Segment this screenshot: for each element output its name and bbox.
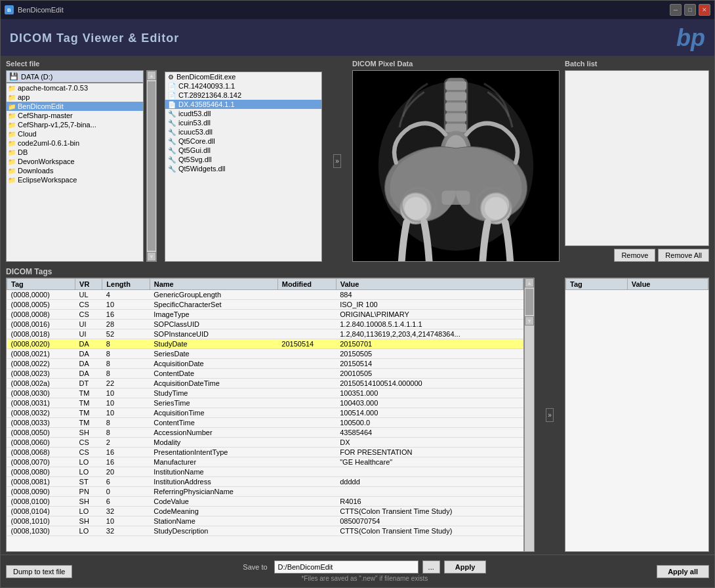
- table-row[interactable]: (0008,1010)SH10StationName0850070754: [7, 516, 523, 526]
- tree-item-apache[interactable]: 📁 apache-tomcat-7.0.53: [7, 83, 143, 93]
- drive-root[interactable]: 💾 DATA (D:): [6, 70, 144, 83]
- table-row[interactable]: (0008,0031)TM10SeriesTime100403.000: [7, 398, 523, 408]
- scroll-up-arrow[interactable]: ▲: [147, 71, 156, 80]
- browse-button[interactable]: ...: [422, 560, 440, 574]
- bottom-bar: Dump to text file Save to ... Apply *Fil…: [1, 555, 714, 587]
- tree-item-cloud[interactable]: 📁 Cloud: [7, 129, 143, 138]
- tag-cell-len: 8: [102, 349, 150, 359]
- folder-name: DevonWorkspace: [18, 158, 75, 165]
- tree-item-bendicomedit[interactable]: 📁 BenDicomEdit: [7, 102, 143, 111]
- table-row[interactable]: (0008,0000)UL4GenericGroupLength884: [7, 290, 523, 300]
- tag-cell-len: 28: [102, 320, 150, 329]
- remove-button[interactable]: Remove: [614, 249, 655, 262]
- file-item-icuuc[interactable]: 🔧 icuuc53.dll: [165, 127, 321, 136]
- tree-item-db[interactable]: 📁 DB: [7, 148, 143, 157]
- folder-tree-scrollbar[interactable]: ▲ ▼: [146, 70, 157, 262]
- table-row[interactable]: (0008,0070)LO16Manufacturer"GE Healthcar…: [7, 457, 523, 467]
- file-list[interactable]: ⚙ BenDicomEdit.exe 📄 CR.14240093.1.1 📄 C…: [165, 72, 322, 262]
- tags-scroll-up[interactable]: ▲: [525, 278, 534, 287]
- remove-all-button[interactable]: Remove All: [658, 249, 709, 262]
- table-row[interactable]: (0008,1030)LO32StudyDescriptionCTTS(Colo…: [7, 526, 523, 536]
- batch-tags-table-wrapper[interactable]: Tag Value: [565, 278, 709, 552]
- table-row[interactable]: (0008,0100)SH6CodeValueR4016: [7, 497, 523, 507]
- batch-list-area[interactable]: [565, 70, 709, 246]
- bottom-center-wrapper: Save to ... Apply *Files are saved as ".…: [72, 560, 657, 582]
- tag-cell-len: 8: [102, 339, 150, 349]
- table-row[interactable]: (0008,0033)TM8ContentTime100500.0: [7, 418, 523, 428]
- table-row[interactable]: (0008,0104)LO32CodeMeaningCTTS(Colon Tra…: [7, 507, 523, 516]
- tags-table-wrapper[interactable]: Tag VR Length Name Modified Value (0008,…: [6, 278, 524, 552]
- file-item-exe[interactable]: ⚙ BenDicomEdit.exe: [165, 72, 321, 81]
- tag-cell-modified: [277, 418, 336, 428]
- apply-button[interactable]: Apply: [444, 560, 487, 574]
- table-row[interactable]: (0008,0050)SH8AccessionNumber43585464: [7, 428, 523, 438]
- table-row[interactable]: (0008,0060)CS2ModalityDX: [7, 438, 523, 448]
- file-item-icudt[interactable]: 🔧 icudt53.dll: [165, 109, 321, 118]
- title-bar: B BenDicomEdit ─ □ ✕: [1, 1, 714, 19]
- folder-icon: 📁: [8, 85, 16, 92]
- tag-cell-name: ImageType: [150, 310, 277, 320]
- tag-cell-len: 16: [102, 310, 150, 320]
- maximize-button[interactable]: □: [684, 4, 696, 16]
- batch-col-tag: Tag: [566, 279, 628, 290]
- tag-cell-value: [336, 487, 523, 497]
- table-row[interactable]: (0008,0030)TM10StudyTime100351.000: [7, 388, 523, 398]
- tags-scroll-thumb[interactable]: [525, 289, 533, 315]
- minimize-button[interactable]: ─: [670, 4, 682, 16]
- tree-item-cefsharp-master[interactable]: 📁 CefSharp-master: [7, 111, 143, 120]
- table-row[interactable]: (0008,002a)DT22AcquisitionDateTime201505…: [7, 379, 523, 388]
- folder-icon: 📁: [8, 131, 16, 138]
- table-row[interactable]: (0008,0023)DA8ContentDate20010505: [7, 369, 523, 379]
- table-row[interactable]: (0008,0008)CS16ImageTypeORIGINAL\PRIMARY: [7, 310, 523, 320]
- tree-item-devonworkspace[interactable]: 📁 DevonWorkspace: [7, 157, 143, 166]
- dump-to-text-button[interactable]: Dump to text file: [6, 565, 72, 578]
- table-row[interactable]: (0008,0018)UI52SOPInstanceUID1.2,840,113…: [7, 329, 523, 339]
- table-row[interactable]: (0008,0081)ST6InstitutionAddressddddd: [7, 477, 523, 487]
- file-item-qt5svg[interactable]: 🔧 Qt5Svg.dll: [165, 155, 321, 164]
- table-row[interactable]: (0008,0068)CS16PresentationIntentTypeFOR…: [7, 448, 523, 457]
- table-row[interactable]: (0008,0005)CS10SpecificCharacterSetISO_I…: [7, 300, 523, 310]
- file-item-ct[interactable]: 📄 CT.28921364.8.142: [165, 91, 321, 100]
- file-icon: 📄: [168, 101, 176, 108]
- tag-cell-name: CodeMeaning: [150, 507, 277, 516]
- table-row[interactable]: (0008,0020)DA8StudyDate2015051420150701: [7, 339, 523, 349]
- apply-all-button[interactable]: Apply all: [657, 565, 709, 578]
- tree-item-code2uml[interactable]: 📁 code2uml-0.6.1-bin: [7, 138, 143, 148]
- file-item-qt5gui[interactable]: 🔧 Qt5Gui.dll: [165, 146, 321, 155]
- tree-item-eclipseworkspace[interactable]: 📁 EclipseWorkspace: [7, 175, 143, 184]
- table-row[interactable]: (0008,0032)TM10AcquisitionTime100514.000: [7, 408, 523, 418]
- tag-cell-tag: (0008,1030): [7, 526, 75, 536]
- tag-cell-len: 6: [102, 477, 150, 487]
- tag-cell-value: 1.2.840.10008.5.1.4.1.1.1: [336, 320, 523, 329]
- table-row[interactable]: (0008,0090)PN0ReferringPhysicianName: [7, 487, 523, 497]
- batch-col-value: Value: [627, 279, 708, 290]
- file-item-qt5core[interactable]: 🔧 Qt5Core.dll: [165, 136, 321, 146]
- scroll-thumb[interactable]: [148, 81, 155, 251]
- table-row[interactable]: (0008,0016)UI28SOPClassUID1.2.840.10008.…: [7, 320, 523, 329]
- tree-item-app[interactable]: 📁 app: [7, 93, 143, 102]
- file-item-dx[interactable]: 📄 DX.43585464.1.1: [165, 100, 321, 109]
- tag-cell-tag: (0008,0068): [7, 448, 75, 457]
- table-row[interactable]: (0008,0022)DA8AcquisitionDate20150514: [7, 359, 523, 369]
- tree-item-cefsharp-bina[interactable]: 📁 CefSharp-v1,25,7-bina...: [7, 120, 143, 129]
- tree-item-downloads[interactable]: 📁 Downloads: [7, 166, 143, 175]
- tag-cell-value: 100500.0: [336, 418, 523, 428]
- tag-cell-tag: (0008,0008): [7, 310, 75, 320]
- col-value: Value: [336, 279, 523, 290]
- tags-nav-right-button[interactable]: »: [546, 408, 554, 422]
- file-item-cr[interactable]: 📄 CR.14240093.1.1: [165, 81, 321, 91]
- nav-right-button[interactable]: »: [333, 154, 341, 168]
- file-item-icuin[interactable]: 🔧 icuin53.dll: [165, 118, 321, 127]
- table-row[interactable]: (0008,0080)LO20InstitutionName: [7, 467, 523, 477]
- file-name: DX.43585464.1.1: [178, 100, 235, 108]
- close-button[interactable]: ✕: [699, 4, 710, 16]
- tags-scroll-down[interactable]: ▼: [525, 316, 534, 326]
- file-item-qt5widgets[interactable]: 🔧 Qt5Widgets.dll: [165, 164, 321, 173]
- save-path-input[interactable]: [274, 560, 419, 574]
- folder-tree[interactable]: 📁 apache-tomcat-7.0.53 📁 app 📁 BenDicomE…: [6, 83, 144, 262]
- tag-cell-name: StudyDate: [150, 339, 277, 349]
- table-row[interactable]: (0008,0021)DA8SeriesDate20150505: [7, 349, 523, 359]
- tag-cell-tag: (0008,0104): [7, 507, 75, 516]
- tags-scrollbar[interactable]: ▲ ▼: [524, 278, 535, 552]
- scroll-down-arrow[interactable]: ▼: [147, 252, 156, 261]
